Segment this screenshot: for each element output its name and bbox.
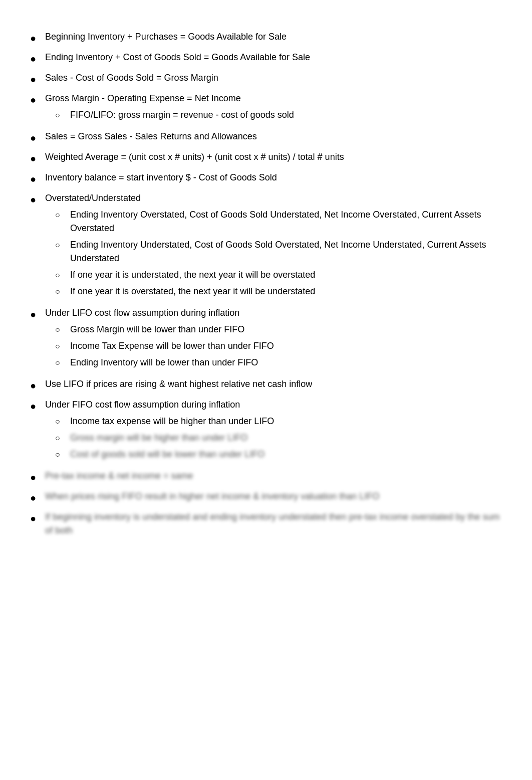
sub-bullet-icon: ○ — [55, 432, 67, 444]
list-item-content: If beginning inventory is understated an… — [45, 510, 502, 537]
bullet-icon: ● — [30, 192, 42, 207]
sub-list-item-text: Cost of goods sold will be lower than un… — [70, 448, 502, 461]
list-item-text: Sales = Gross Sales - Sales Returns and … — [45, 131, 257, 141]
sub-list-item-text: Ending Inventory Understated, Cost of Go… — [70, 238, 502, 265]
sub-list: ○Gross Margin will be lower than under F… — [55, 323, 502, 369]
list-item-text: Inventory balance = start inventory $ - … — [45, 172, 277, 182]
list-item-text: If beginning inventory is understated an… — [45, 512, 500, 535]
list-item-text: Use LIFO if prices are rising & want hig… — [45, 379, 312, 389]
list-item-item-13: ●When prices rising FIFO result in highe… — [30, 490, 502, 505]
list-item-text: When prices rising FIFO result in higher… — [45, 491, 379, 501]
list-item-item-14: ●If beginning inventory is understated a… — [30, 510, 502, 537]
sub-list-item-text: Ending Inventory will be lower than unde… — [70, 356, 502, 369]
list-item-text: Gross Margin - Operating Expense = Net I… — [45, 93, 241, 103]
list-item-item-7: ●Inventory balance = start inventory $ -… — [30, 171, 502, 186]
sub-list-item-sub-9-2: ○Income Tax Expense will be lower than u… — [55, 339, 502, 353]
sub-list: ○Income tax expense will be higher than … — [55, 415, 502, 461]
sub-list-item-sub-8-4: ○If one year it is overstated, the next … — [55, 285, 502, 298]
sub-bullet-icon: ○ — [55, 269, 67, 281]
sub-bullet-icon: ○ — [55, 340, 67, 352]
sub-bullet-icon: ○ — [55, 286, 67, 298]
sub-list-item-text: If one year it is understated, the next … — [70, 268, 502, 282]
list-item-item-11: ●Under FIFO cost flow assumption during … — [30, 398, 502, 464]
sub-list-item-sub-11-3: ○Cost of goods sold will be lower than u… — [55, 448, 502, 461]
list-item-content: Beginning Inventory + Purchases = Goods … — [45, 30, 502, 44]
bullet-icon: ● — [30, 72, 42, 87]
bullet-icon: ● — [30, 399, 42, 414]
bullet-icon: ● — [30, 470, 42, 485]
sub-list-item-text: Gross margin will be higher than under L… — [70, 431, 502, 445]
list-item-item-2: ●Ending Inventory + Cost of Goods Sold =… — [30, 51, 502, 66]
list-item-text: Sales - Cost of Goods Sold = Gross Margi… — [45, 73, 218, 83]
sub-list-item-sub-8-1: ○Ending Inventory Overstated, Cost of Go… — [55, 208, 502, 235]
sub-list-item-text: If one year it is overstated, the next y… — [70, 285, 502, 298]
list-item-item-4: ●Gross Margin - Operating Expense = Net … — [30, 92, 502, 125]
list-item-content: Sales - Cost of Goods Sold = Gross Margi… — [45, 71, 502, 85]
list-item-content: Under LIFO cost flow assumption during i… — [45, 306, 502, 372]
list-item-item-6: ●Weighted Average = (unit cost x # units… — [30, 150, 502, 166]
list-item-item-9: ●Under LIFO cost flow assumption during … — [30, 306, 502, 372]
bullet-icon: ● — [30, 130, 42, 145]
list-item-content: When prices rising FIFO result in higher… — [45, 490, 502, 503]
sub-bullet-icon: ○ — [55, 239, 67, 251]
list-item-content: Pre-tax income & net income = same — [45, 469, 502, 483]
list-item-content: Use LIFO if prices are rising & want hig… — [45, 377, 502, 391]
list-item-content: Sales = Gross Sales - Sales Returns and … — [45, 130, 502, 143]
list-item-text: Ending Inventory + Cost of Goods Sold = … — [45, 52, 310, 62]
sub-bullet-icon: ○ — [55, 209, 67, 221]
sub-list-item-sub-11-2: ○Gross margin will be higher than under … — [55, 431, 502, 445]
bullet-icon: ● — [30, 151, 42, 166]
sub-bullet-icon: ○ — [55, 449, 67, 461]
bullet-icon: ● — [30, 378, 42, 393]
list-item-content: Inventory balance = start inventory $ - … — [45, 171, 502, 184]
list-item-item-8: ●Overstated/Understated○Ending Inventory… — [30, 191, 502, 301]
list-item-content: Gross Margin - Operating Expense = Net I… — [45, 92, 502, 125]
bullet-icon: ● — [30, 31, 42, 46]
sub-list-item-text: FIFO/LIFO: gross margin = revenue - cost… — [70, 108, 502, 122]
sub-list: ○Ending Inventory Overstated, Cost of Go… — [55, 208, 502, 298]
list-item-text: Beginning Inventory + Purchases = Goods … — [45, 32, 287, 42]
sub-bullet-icon: ○ — [55, 416, 67, 428]
list-item-text: Pre-tax income & net income = same — [45, 471, 193, 481]
list-item-text: Under FIFO cost flow assumption during i… — [45, 400, 240, 410]
list-item-content: Ending Inventory + Cost of Goods Sold = … — [45, 51, 502, 64]
list-item-text: Under LIFO cost flow assumption during i… — [45, 308, 239, 318]
bullet-icon: ● — [30, 511, 42, 526]
sub-list-item-sub-11-1: ○Income tax expense will be higher than … — [55, 415, 502, 428]
bullet-icon: ● — [30, 307, 42, 322]
list-item-item-3: ●Sales - Cost of Goods Sold = Gross Marg… — [30, 71, 502, 87]
sub-bullet-icon: ○ — [55, 324, 67, 336]
sub-list-item-text: Income Tax Expense will be lower than un… — [70, 339, 502, 353]
list-item-text: Overstated/Understated — [45, 193, 141, 203]
sub-bullet-icon: ○ — [55, 109, 67, 121]
list-item-item-10: ●Use LIFO if prices are rising & want hi… — [30, 377, 502, 393]
main-list: ●Beginning Inventory + Purchases = Goods… — [30, 30, 502, 537]
bullet-icon: ● — [30, 51, 42, 66]
sub-list-item-sub-8-2: ○Ending Inventory Understated, Cost of G… — [55, 238, 502, 265]
sub-list-item-sub-4-1: ○FIFO/LIFO: gross margin = revenue - cos… — [55, 108, 502, 122]
sub-list-item-text: Ending Inventory Overstated, Cost of Goo… — [70, 208, 502, 235]
bullet-icon: ● — [30, 490, 42, 505]
list-item-item-12: ●Pre-tax income & net income = same — [30, 469, 502, 485]
list-item-content: Under FIFO cost flow assumption during i… — [45, 398, 502, 464]
sub-bullet-icon: ○ — [55, 357, 67, 369]
list-item-item-5: ●Sales = Gross Sales - Sales Returns and… — [30, 130, 502, 145]
sub-list-item-sub-9-1: ○Gross Margin will be lower than under F… — [55, 323, 502, 336]
bullet-icon: ● — [30, 171, 42, 186]
sub-list-item-sub-9-3: ○Ending Inventory will be lower than und… — [55, 356, 502, 369]
sub-list: ○FIFO/LIFO: gross margin = revenue - cos… — [55, 108, 502, 122]
bullet-icon: ● — [30, 92, 42, 107]
list-item-content: Weighted Average = (unit cost x # units)… — [45, 150, 502, 164]
list-item-content: Overstated/Understated○Ending Inventory … — [45, 191, 502, 301]
sub-list-item-sub-8-3: ○If one year it is understated, the next… — [55, 268, 502, 282]
list-item-item-1: ●Beginning Inventory + Purchases = Goods… — [30, 30, 502, 46]
list-item-text: Weighted Average = (unit cost x # units)… — [45, 152, 344, 162]
sub-list-item-text: Income tax expense will be higher than u… — [70, 415, 502, 428]
sub-list-item-text: Gross Margin will be lower than under FI… — [70, 323, 502, 336]
